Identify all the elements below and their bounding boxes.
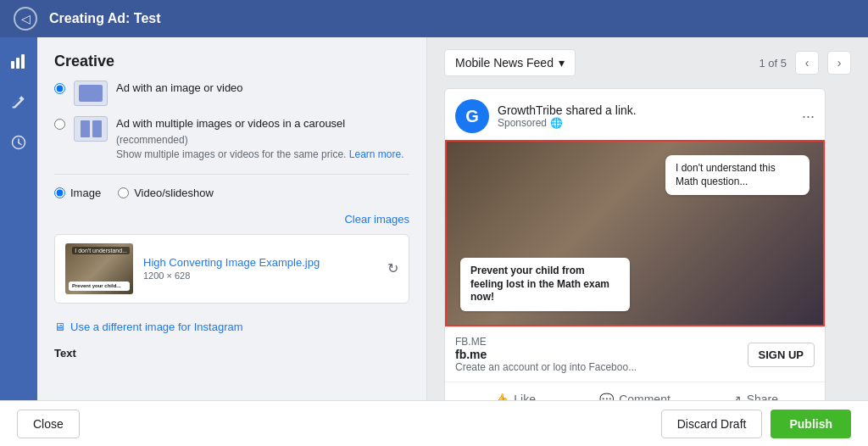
back-icon[interactable]: ◁: [14, 7, 37, 31]
fb-user-info: GrowthTribe shared a link. Sponsored 🌐: [498, 103, 637, 129]
preview-pagination: 1 of 5 ‹ ›: [759, 51, 851, 75]
preview-prev-button[interactable]: ‹: [795, 51, 819, 75]
speech-bubble-top: I don't understand this Math question...: [665, 155, 810, 195]
image-upload-card: I don't understand... Prevent your child…: [54, 234, 409, 304]
close-button[interactable]: Close: [17, 410, 80, 438]
svg-rect-0: [11, 61, 14, 69]
fb-link-domain: fb.me: [455, 336, 637, 348]
fb-link-section: fb.me fb.me Create an account or log int…: [445, 326, 825, 382]
nav-edit-icon[interactable]: [5, 88, 32, 115]
ad-option-single: Ad with an image or video: [54, 81, 409, 106]
ad-single-icon: [74, 81, 108, 106]
creative-header: Creative: [37, 37, 426, 81]
svg-rect-1: [16, 58, 19, 69]
nav-clock-icon[interactable]: [5, 129, 32, 156]
clear-images-row: Clear images: [54, 213, 409, 226]
chevron-down-icon: ▾: [559, 56, 565, 70]
clear-images-button[interactable]: Clear images: [344, 213, 409, 226]
topbar: ◁ Creating Ad: Test: [0, 0, 868, 37]
svg-line-5: [19, 143, 21, 145]
signup-button[interactable]: SIGN UP: [748, 343, 815, 367]
image-name: High Converting Image Example.jpg: [143, 256, 377, 269]
bottom-bar: Close Discard Draft Publish: [0, 400, 868, 446]
comment-button[interactable]: 💬 Comment: [575, 386, 694, 400]
fb-link-desc: Create an account or log into Faceboo...: [455, 361, 637, 373]
creative-panel: Creative Ad with an image or video: [37, 37, 427, 400]
fb-actions: 👍 Like 💬 Comment ↗ Share: [445, 382, 825, 400]
preview-panel: Mobile News Feed ▾ 1 of 5 ‹ › G: [427, 37, 868, 400]
ad-option-single-radio[interactable]: [54, 83, 65, 94]
ad-option-carousel-radio[interactable]: [54, 119, 65, 130]
video-option[interactable]: Video/slideshow: [118, 187, 214, 199]
image-type-row: Image Video/slideshow: [54, 187, 409, 199]
image-option[interactable]: Image: [54, 187, 101, 199]
left-nav: [0, 37, 37, 400]
ad-option-carousel-label: Ad with multiple images or videos in a c…: [116, 116, 404, 131]
monitor-icon: 🖥: [54, 321, 65, 333]
preview-topbar: Mobile News Feed ▾ 1 of 5 ‹ ›: [427, 37, 868, 88]
instagram-link[interactable]: 🖥 Use a different image for Instagram: [54, 314, 409, 340]
avatar: G: [455, 99, 489, 133]
ad-option-carousel: Ad with multiple images or videos in a c…: [54, 116, 409, 162]
fb-preview-card: G GrowthTribe shared a link. Sponsored 🌐: [444, 88, 826, 400]
video-radio[interactable]: [118, 187, 129, 198]
placement-dropdown[interactable]: Mobile News Feed ▾: [444, 49, 576, 76]
like-button[interactable]: 👍 Like: [455, 386, 575, 400]
fb-image-bg: I don't understand this Math question...…: [447, 142, 823, 325]
image-radio[interactable]: [54, 187, 65, 198]
image-size: 1200 × 628: [143, 270, 377, 281]
like-icon: 👍: [494, 393, 509, 400]
publish-button[interactable]: Publish: [771, 410, 851, 438]
globe-icon: 🌐: [550, 117, 563, 129]
fb-user-name: GrowthTribe shared a link.: [498, 103, 637, 117]
text-section: Text: [54, 347, 409, 360]
fb-ad-image: I don't understand this Math question...…: [445, 140, 825, 326]
svg-rect-2: [21, 54, 25, 69]
creative-body: Ad with an image or video Ad with multip…: [37, 81, 426, 382]
fb-card-header: G GrowthTribe shared a link. Sponsored 🌐: [445, 89, 825, 140]
preview-scroll[interactable]: G GrowthTribe shared a link. Sponsored 🌐: [427, 88, 868, 400]
divider: [54, 174, 409, 175]
refresh-icon[interactable]: ↻: [387, 260, 398, 276]
image-info: High Converting Image Example.jpg 1200 ×…: [143, 256, 377, 281]
image-thumbnail: I don't understand... Prevent your child…: [65, 243, 133, 294]
fb-link-title: fb.me: [455, 348, 637, 361]
nav-chart-icon[interactable]: [5, 47, 32, 75]
preview-next-button[interactable]: ›: [827, 51, 851, 75]
bottom-right-buttons: Discard Draft Publish: [661, 410, 851, 438]
main-content: Creative Ad with an image or video: [0, 37, 868, 400]
more-options-icon[interactable]: ···: [802, 108, 815, 125]
ad-option-carousel-sublabel: (recommended) Show multiple images or vi…: [116, 133, 404, 162]
fb-sponsored: Sponsored 🌐: [498, 117, 637, 129]
learn-more-link[interactable]: Learn more.: [349, 148, 404, 160]
ad-option-single-label: Ad with an image or video: [116, 81, 243, 96]
speech-bubble-bottom: Prevent your child from feeling lost in …: [460, 258, 630, 311]
share-icon: ↗: [732, 393, 742, 400]
discard-draft-button[interactable]: Discard Draft: [661, 410, 763, 438]
ad-carousel-icon: [74, 116, 108, 142]
fb-link-info: fb.me fb.me Create an account or log int…: [455, 336, 637, 373]
comment-icon: 💬: [599, 393, 614, 400]
text-label: Text: [54, 347, 409, 360]
page-title: Creating Ad: Test: [49, 11, 161, 26]
fb-card-user: G GrowthTribe shared a link. Sponsored 🌐: [455, 99, 637, 133]
share-button[interactable]: ↗ Share: [695, 386, 815, 400]
